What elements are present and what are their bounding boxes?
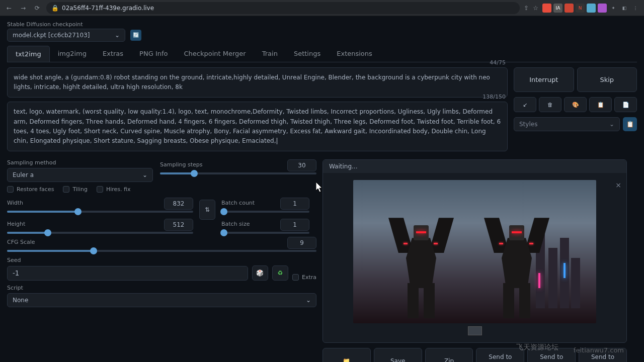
prompt-counter: 44/75	[490, 59, 506, 66]
send-extras-button[interactable]: Send to extras	[579, 348, 627, 362]
ext-icon-1[interactable]	[542, 4, 551, 13]
chevron-down-icon: ⌄	[306, 297, 311, 304]
chevron-down-icon: ⌄	[142, 171, 147, 178]
tab-txt2img[interactable]: txt2img	[7, 46, 50, 62]
negative-prompt-input[interactable]: text, logo, watermark, (worst quality, l…	[7, 102, 508, 151]
ext-icon-3[interactable]	[565, 4, 574, 13]
styles-apply-button[interactable]: 📋	[623, 117, 637, 131]
back-button[interactable]: ←	[4, 3, 14, 13]
open-folder-button[interactable]: 📁	[323, 348, 371, 362]
tab-extensions[interactable]: Extensions	[329, 46, 380, 62]
checkpoint-value: model.ckpt [cc6cb27103]	[13, 32, 90, 39]
cfg-input[interactable]	[287, 237, 316, 249]
script-select[interactable]: None ⌄	[7, 293, 316, 307]
puzzle-icon[interactable]: ✦	[609, 4, 618, 13]
forward-button[interactable]: →	[18, 3, 28, 13]
lock-icon: 🔒	[51, 5, 59, 12]
negative-counter: 138/150	[482, 94, 506, 100]
chevron-down-icon: ⌄	[115, 32, 120, 39]
sampling-method-label: Sampling method	[7, 159, 153, 166]
script-label: Script	[7, 285, 316, 291]
seed-random-button[interactable]: 🎲	[252, 265, 268, 281]
main-tabs: txt2img img2img Extras PNG Info Checkpoi…	[7, 46, 637, 62]
prompt-input[interactable]: wide shot angle, a (gundam:0.8) robot st…	[7, 67, 508, 98]
sampling-method-value: Euler a	[13, 171, 34, 178]
seed-extra-check[interactable]: Extra	[292, 274, 316, 281]
thumbnail[interactable]	[468, 326, 482, 335]
sampling-steps-slider[interactable]	[160, 172, 316, 174]
tab-settings[interactable]: Settings	[286, 46, 329, 62]
share-icon[interactable]: ⇪	[524, 5, 529, 12]
zip-button[interactable]: Zip	[425, 348, 473, 362]
extension-icons: IA N ✦ ◧ ⋮	[542, 4, 640, 13]
tool-file-button[interactable]: 📄	[614, 97, 637, 112]
browser-chrome: ← → ⟳ 🔒 02a56ff4-71ff-439e.gradio.live ⇪…	[0, 0, 644, 16]
save-button[interactable]: Save	[374, 348, 422, 362]
sampling-steps-input[interactable]	[287, 159, 316, 171]
width-slider[interactable]	[7, 211, 193, 213]
script-value: None	[13, 297, 28, 304]
tool-palette-button[interactable]: 🎨	[564, 97, 587, 112]
close-icon[interactable]: ×	[615, 181, 621, 189]
tab-img2img[interactable]: img2img	[50, 46, 95, 62]
height-input[interactable]	[164, 219, 193, 231]
tool-trash-button[interactable]: 🗑	[539, 97, 561, 112]
preview-image[interactable]	[353, 180, 596, 323]
tab-checkpoint-merger[interactable]: Checkpoint Merger	[176, 46, 254, 62]
menu-icon[interactable]: ⋮	[631, 4, 640, 13]
preview-panel: Waiting... ×	[323, 159, 627, 343]
tiling-check[interactable]: Tiling	[63, 186, 88, 193]
seed-label: Seed	[7, 257, 316, 263]
batch-size-input[interactable]	[280, 219, 309, 231]
restore-faces-check[interactable]: Restore faces	[7, 186, 54, 193]
reload-button[interactable]: ⟳	[32, 3, 42, 13]
tab-pnginfo[interactable]: PNG Info	[131, 46, 176, 62]
ext-icon-ia[interactable]: IA	[553, 4, 562, 13]
styles-label: Styles	[519, 121, 537, 128]
prompt-text: wide shot angle, a (gundam:0.8) robot st…	[14, 74, 490, 90]
ext-icon-6[interactable]	[598, 4, 607, 13]
watermark-1: 飞天资源论坛	[516, 343, 558, 352]
preview-status: Waiting...	[323, 160, 626, 173]
width-label: Width	[7, 200, 23, 206]
height-slider[interactable]	[7, 232, 193, 234]
skip-button[interactable]: Skip	[577, 67, 637, 92]
url-text: 02a56ff4-71ff-439e.gradio.live	[62, 5, 154, 12]
tab-train[interactable]: Train	[254, 46, 286, 62]
batch-size-slider[interactable]	[221, 232, 309, 234]
batch-count-slider[interactable]	[221, 211, 309, 213]
swap-dimensions-button[interactable]: ⇅	[199, 200, 215, 220]
batch-count-input[interactable]	[280, 198, 309, 210]
checkpoint-label: Stable Diffusion checkpoint	[7, 21, 125, 28]
url-bar[interactable]: 🔒 02a56ff4-71ff-439e.gradio.live	[46, 2, 520, 14]
refresh-checkpoint-button[interactable]: 🔄	[130, 30, 141, 41]
hires-fix-check[interactable]: Hires. fix	[97, 186, 131, 193]
batch-size-label: Batch size	[221, 221, 250, 227]
checkpoint-block: Stable Diffusion checkpoint model.ckpt […	[7, 21, 125, 42]
cfg-label: CFG Scale	[7, 239, 35, 245]
sampling-steps-label: Sampling steps	[160, 161, 203, 168]
tool-arrow-button[interactable]: ↙	[514, 97, 536, 112]
thumbnail-strip	[353, 323, 596, 338]
checkpoint-select[interactable]: model.ckpt [cc6cb27103] ⌄	[7, 29, 125, 42]
seed-input[interactable]	[7, 266, 248, 281]
tab-extras[interactable]: Extras	[95, 46, 131, 62]
styles-select[interactable]: Styles ⌄	[514, 117, 620, 131]
star-icon[interactable]: ☆	[533, 5, 538, 12]
ext-icon-n[interactable]: N	[576, 4, 585, 13]
interrupt-button[interactable]: Interrupt	[514, 67, 574, 92]
ext-icon-5[interactable]	[587, 4, 596, 13]
seed-reuse-button[interactable]: ♻	[272, 265, 288, 281]
negative-prompt-text: text, logo, watermark, (worst quality, l…	[14, 108, 501, 144]
width-input[interactable]	[164, 198, 193, 210]
height-label: Height	[7, 221, 25, 227]
batch-count-label: Batch count	[221, 200, 255, 206]
chevron-down-icon: ⌄	[609, 121, 614, 128]
cfg-slider[interactable]	[7, 250, 316, 252]
panel-icon[interactable]: ◧	[620, 4, 629, 13]
tool-clipboard-button[interactable]: 📋	[589, 97, 612, 112]
sampling-method-select[interactable]: Euler a ⌄	[7, 168, 153, 182]
